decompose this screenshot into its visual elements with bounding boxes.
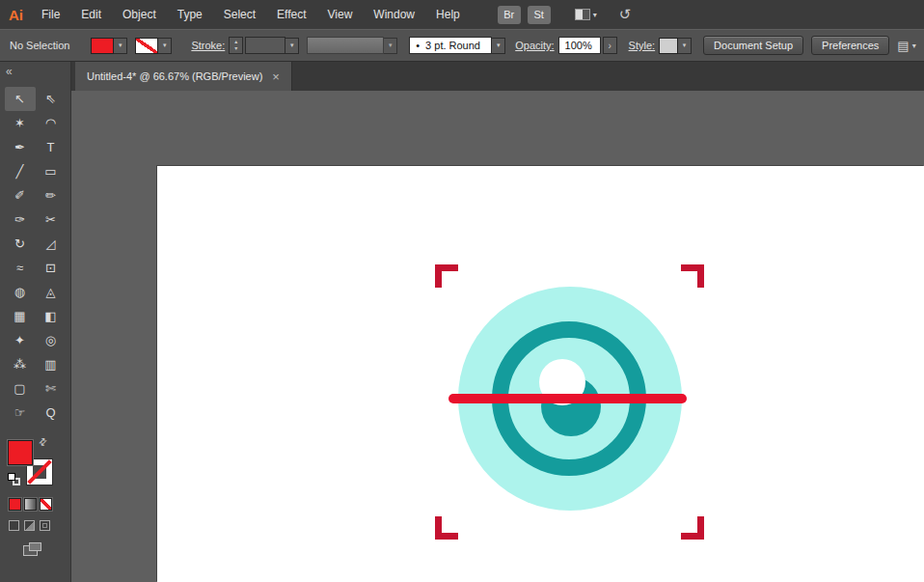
chevron-down-icon: ▾	[492, 38, 505, 54]
slice-tool[interactable]: ✄	[36, 376, 67, 401]
no-selection-label: No Selection	[10, 40, 69, 51]
drawing-mode-buttons	[9, 520, 70, 531]
style-combo[interactable]: ▾	[659, 38, 692, 54]
stroke-weight-combo[interactable]: ▾	[245, 37, 299, 54]
illustrator-logo: Ai	[0, 7, 31, 23]
draw-inside-button[interactable]	[40, 520, 50, 531]
pen-tool[interactable]: ✒	[5, 135, 36, 159]
hand-tool[interactable]: ☞	[5, 401, 36, 425]
rectangle-tool[interactable]: ▭	[36, 159, 67, 183]
default-fill-stroke-icon[interactable]	[8, 473, 21, 486]
document-tab[interactable]: Untitled-4* @ 66.67% (RGB/Preview) ×	[75, 62, 292, 91]
gradient-button[interactable]	[24, 498, 37, 511]
paintbrush-tool[interactable]: ✐	[5, 183, 36, 208]
menu-items: FileEditObjectTypeSelectEffectViewWindow…	[31, 8, 471, 21]
tab-bar: Untitled-4* @ 66.67% (RGB/Preview) ×	[71, 62, 924, 91]
brush-preview-dot: •	[416, 40, 420, 51]
menu-edit[interactable]: Edit	[70, 8, 112, 21]
menu-window[interactable]: Window	[363, 8, 425, 21]
brush-definition-combo[interactable]: • 3 pt. Round ▾	[409, 37, 505, 54]
spinner-down-icon: ▾	[234, 45, 237, 52]
direct-selection-tool[interactable]: ⇖	[36, 87, 67, 111]
fill-swatch[interactable]	[8, 440, 33, 465]
fill-stroke-indicator: ⇄	[8, 440, 54, 486]
menu-type[interactable]: Type	[167, 8, 213, 21]
align-options-button[interactable]: ▤ ▾	[897, 39, 915, 53]
swap-fill-stroke-icon[interactable]: ⇄	[36, 435, 49, 449]
magic-wand-tool[interactable]: ✶	[5, 111, 36, 135]
fill-color-swatch	[91, 38, 114, 54]
tools-grid: ↖⇖✶◠✒T╱▭✐✏✑✂↻◿≈⊡◍◬▦◧✦◎⁂▥▢✄☞Q	[0, 87, 70, 425]
draw-normal-button[interactable]	[9, 520, 19, 531]
menu-help[interactable]: Help	[425, 8, 471, 21]
arrange-documents-icon	[575, 9, 590, 20]
sync-icon[interactable]: ↺	[619, 6, 632, 23]
spinner-up-icon: ▴	[234, 39, 237, 45]
align-icon: ▤	[897, 39, 909, 53]
blob-brush-tool[interactable]: ✑	[5, 208, 36, 232]
eyedropper-tool[interactable]: ✦	[5, 328, 36, 352]
stroke-weight-value	[245, 37, 285, 54]
mesh-tool[interactable]: ▦	[5, 304, 36, 328]
scale-tool[interactable]: ◿	[36, 232, 67, 256]
arrange-documents-button[interactable]: ▾	[575, 9, 597, 20]
shape-builder-tool[interactable]: ◍	[5, 280, 36, 304]
menu-effect[interactable]: Effect	[266, 8, 316, 21]
stroke-panel-link[interactable]: Stroke:	[191, 40, 225, 51]
opacity-panel-link[interactable]: Opacity:	[515, 40, 554, 51]
menu-view[interactable]: View	[317, 8, 364, 21]
tab-close-icon[interactable]: ×	[272, 69, 280, 84]
illustrator-window: Ai FileEditObjectTypeSelectEffectViewWin…	[0, 0, 924, 582]
stock-button[interactable]: St	[528, 6, 551, 24]
red-stroke-line[interactable]	[448, 394, 687, 403]
blend-tool[interactable]: ◎	[36, 328, 67, 352]
color-button[interactable]	[9, 498, 21, 511]
document-setup-button[interactable]: Document Setup	[703, 36, 803, 55]
column-graph-tool[interactable]: ▥	[36, 352, 67, 376]
lasso-tool[interactable]: ◠	[36, 111, 67, 135]
scissors-tool[interactable]: ✂	[36, 208, 67, 232]
stroke-color-combo[interactable]: ▾	[135, 38, 172, 54]
menu-file[interactable]: File	[31, 8, 70, 21]
symbol-sprayer-tool[interactable]: ⁂	[5, 352, 36, 376]
brush-definition-value: 3 pt. Round	[425, 40, 480, 51]
opacity-more-button[interactable]: ›	[603, 37, 617, 54]
crop-mark-bottom-left[interactable]	[435, 516, 458, 540]
tools-panel: « ↖⇖✶◠✒T╱▭✐✏✑✂↻◿≈⊡◍◬▦◧✦◎⁂▥▢✄☞Q ⇄	[0, 62, 71, 582]
paint-mode-buttons	[9, 498, 70, 511]
variable-width-preview	[307, 37, 384, 54]
width-tool[interactable]: ≈	[5, 256, 36, 280]
menu-object[interactable]: Object	[112, 8, 167, 21]
crop-mark-top-left[interactable]	[435, 264, 458, 288]
opacity-input[interactable]: 100%	[558, 37, 601, 54]
draw-behind-button[interactable]	[24, 520, 35, 531]
menu-select[interactable]: Select	[213, 8, 266, 21]
crop-mark-bottom-right[interactable]	[681, 516, 704, 540]
fill-color-combo[interactable]: ▾	[91, 38, 127, 54]
chevron-down-icon: ▾	[285, 38, 299, 54]
artboard-tool[interactable]: ▢	[5, 376, 36, 401]
pencil-tool[interactable]: ✏	[36, 183, 67, 208]
crop-mark-top-right[interactable]	[681, 264, 704, 288]
chevron-down-icon: ▾	[678, 38, 692, 54]
document-area: Untitled-4* @ 66.67% (RGB/Preview) ×	[71, 62, 924, 582]
line-segment-tool[interactable]: ╱	[5, 159, 36, 183]
screen-mode-button[interactable]	[23, 542, 42, 556]
menu-bar: Ai FileEditObjectTypeSelectEffectViewWin…	[0, 0, 924, 29]
bridge-button[interactable]: Br	[498, 6, 521, 24]
gradient-tool[interactable]: ◧	[36, 304, 67, 328]
stroke-weight-stepper[interactable]: ▴ ▾	[229, 37, 243, 54]
zoom-tool[interactable]: Q	[36, 401, 67, 425]
rotate-tool[interactable]: ↻	[5, 232, 36, 256]
collapse-panel-button[interactable]: «	[0, 62, 70, 81]
canvas[interactable]	[71, 91, 924, 582]
none-button[interactable]	[40, 498, 52, 511]
style-panel-link[interactable]: Style:	[629, 40, 656, 51]
selection-tool[interactable]: ↖	[5, 87, 36, 111]
preferences-button[interactable]: Preferences	[811, 36, 889, 55]
chevron-down-icon: ▾	[912, 42, 916, 50]
perspective-grid-tool[interactable]: ◬	[36, 280, 67, 304]
free-transform-tool[interactable]: ⊡	[36, 256, 67, 280]
style-swatch	[659, 38, 678, 54]
type-tool[interactable]: T	[36, 135, 67, 159]
